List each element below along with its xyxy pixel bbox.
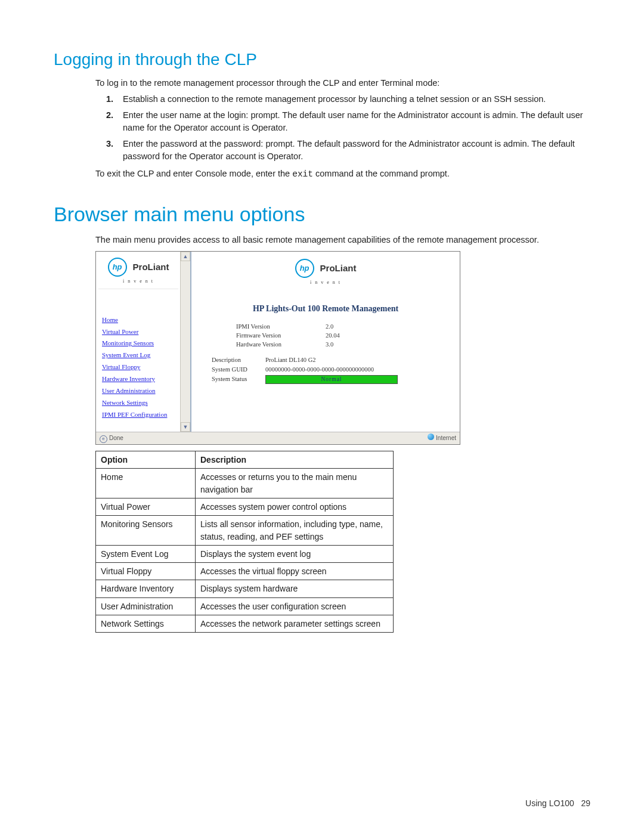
version-info: IPMI Version2.0 Firmware Version20.04 Ha…: [236, 322, 415, 349]
status-badge: Normal: [265, 375, 398, 384]
logo-subtitle: i n v e n t: [108, 278, 169, 285]
status-right: Internet: [436, 435, 456, 441]
nav-virtual-floppy[interactable]: Virtual Floppy: [102, 363, 175, 372]
globe-icon: [428, 433, 434, 440]
page-footer: Using LO100 29: [525, 797, 590, 809]
nav-ipmi-pef[interactable]: IPMI PEF Configuration: [102, 410, 175, 420]
nav-virtual-power[interactable]: Virtual Power: [102, 327, 175, 337]
table-row: System Event LogDisplays the system even…: [96, 545, 394, 562]
screenshot: ▲ ▼ hp ProLiant i n v e n t: [95, 251, 460, 445]
options-table: Option Description HomeAccesses or retur…: [95, 451, 394, 633]
clp-step-2: Enter the user name at the login: prompt…: [119, 109, 590, 134]
sidebar: ▲ ▼ hp ProLiant i n v e n t: [96, 252, 191, 432]
nav-monitoring-sensors[interactable]: Monitoring Sensors: [102, 339, 175, 348]
table-row: HomeAccesses or returns you to the main …: [96, 469, 394, 498]
status-left: Done: [109, 435, 123, 441]
hp-logo-icon: hp: [108, 258, 127, 277]
table-row: Virtual FloppyAccesses the virtual flopp…: [96, 563, 394, 580]
clp-step-3: Enter the password at the password: prom…: [119, 138, 590, 163]
scroll-down-icon[interactable]: ▼: [181, 422, 190, 432]
nav-system-event-log[interactable]: System Event Log: [102, 351, 175, 360]
nav-user-administration[interactable]: User Administration: [102, 386, 175, 396]
heading-clp: Logging in through the CLP: [54, 48, 590, 72]
table-row: Hardware InventoryDisplays system hardwa…: [96, 580, 394, 597]
th-option: Option: [96, 451, 196, 469]
scroll-up-icon[interactable]: ▲: [181, 252, 190, 261]
th-description: Description: [196, 451, 394, 469]
brand-label: ProLiant: [133, 261, 169, 274]
clp-intro: To log in to the remote management proce…: [95, 77, 590, 89]
page: Logging in through the CLP To log in to …: [0, 0, 644, 833]
table-row: Virtual PowerAccesses system power contr…: [96, 498, 394, 515]
hp-logo-icon: hp: [295, 259, 314, 278]
clp-body: To log in to the remote management proce…: [95, 77, 590, 181]
table-row: Network SettingsAccesses the network par…: [96, 615, 394, 633]
ie-icon: e: [100, 435, 107, 443]
table-row: Monitoring SensorsLists all sensor infor…: [96, 516, 394, 546]
table-row: User AdministrationAccesses the user con…: [96, 597, 394, 615]
nav-network-settings[interactable]: Network Settings: [102, 398, 175, 408]
brand-label: ProLiant: [320, 262, 357, 275]
content-pane: hp ProLiant i n v e n t HP Lights-Out 10…: [191, 252, 460, 432]
clp-steps: Establish a connection to the remote man…: [95, 93, 590, 163]
sidebar-logo: hp ProLiant i n v e n t: [98, 255, 178, 289]
page-title: HP Lights-Out 100 Remote Management: [196, 303, 455, 315]
nav-hardware-inventory[interactable]: Hardware Inventory: [102, 374, 175, 384]
heading-browser: Browser main menu options: [54, 200, 590, 229]
clp-step-1: Establish a connection to the remote man…: [119, 93, 590, 106]
nav-home[interactable]: Home: [102, 315, 175, 325]
exit-command: exit: [292, 169, 313, 179]
logo-subtitle: i n v e n t: [310, 279, 341, 286]
sidebar-nav: Home Virtual Power Monitoring Sensors Sy…: [98, 289, 178, 428]
system-info: DescriptionProLiant DL140 G2 System GUID…: [212, 355, 455, 384]
browser-intro: The main menu provides access to all bas…: [95, 234, 590, 246]
sidebar-scrollbar[interactable]: ▲ ▼: [180, 252, 190, 432]
browser-status-bar: eDone Internet: [96, 432, 460, 444]
clp-exit: To exit the CLP and enter Console mode, …: [95, 168, 590, 181]
